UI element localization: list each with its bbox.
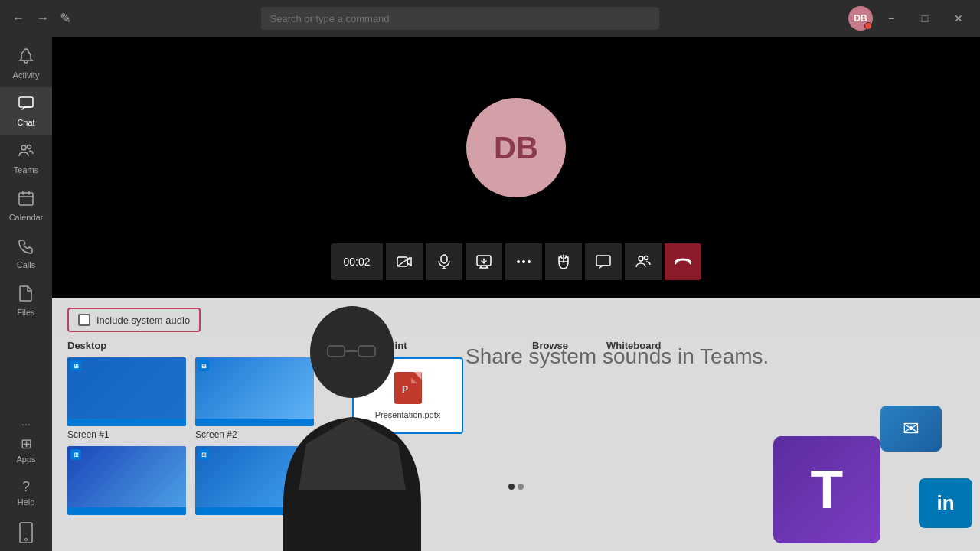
svg-point-17 xyxy=(644,256,648,260)
more-dots[interactable]: ... xyxy=(21,416,31,428)
screen1-img: ⊞ xyxy=(67,357,186,426)
teams-logo-area: T xyxy=(773,436,880,543)
search-input[interactable] xyxy=(270,13,650,24)
sidebar-item-calendar[interactable]: Calendar xyxy=(0,182,52,230)
minimize-button[interactable]: − xyxy=(876,6,906,31)
back-button[interactable]: ← xyxy=(8,8,29,29)
teams-icon xyxy=(18,142,34,163)
sidebar-item-help[interactable]: ? Help xyxy=(0,471,52,514)
maximize-button[interactable]: □ xyxy=(910,6,940,31)
call-timer: 00:02 xyxy=(331,243,382,280)
sidebar-chat-label: Chat xyxy=(17,118,34,127)
calendar-icon xyxy=(18,190,34,210)
camera-button[interactable] xyxy=(386,243,423,280)
sidebar-teams-label: Teams xyxy=(14,165,38,174)
participants-button[interactable] xyxy=(625,243,662,280)
sidebar-help-label: Help xyxy=(18,497,35,507)
sidebar-item-chat[interactable]: Chat xyxy=(0,87,52,135)
search-bar xyxy=(261,7,659,30)
share-header: Include system audio xyxy=(52,298,980,332)
screen1-thumb[interactable]: ⊞ Screen #1 xyxy=(67,357,186,440)
sidebar-item-apps[interactable]: ⊞ Apps xyxy=(0,428,52,471)
sidebar: Activity Chat Teams Calend xyxy=(0,37,52,551)
svg-rect-0 xyxy=(19,97,33,107)
person-overlay xyxy=(245,291,459,551)
close-button[interactable]: ✕ xyxy=(943,6,974,31)
right-icons-overlay: ✉ in xyxy=(880,406,972,528)
share-big-text: Share system sounds in Teams. xyxy=(466,344,769,369)
activity-icon xyxy=(18,47,34,68)
dots-row xyxy=(508,484,524,490)
svg-point-14 xyxy=(528,260,531,263)
svg-point-2 xyxy=(28,145,31,149)
sidebar-files-label: Files xyxy=(17,308,34,317)
mic-button[interactable] xyxy=(426,243,462,280)
end-call-button[interactable] xyxy=(665,243,701,280)
sidebar-bottom: ... ⊞ Apps ? Help xyxy=(0,412,52,551)
svg-rect-3 xyxy=(19,193,33,205)
apps-icon: ⊞ xyxy=(21,435,32,452)
call-area: DB xyxy=(52,37,980,335)
linkedin-icon: in xyxy=(919,478,972,528)
user-avatar[interactable]: DB xyxy=(848,6,873,31)
sidebar-calls-label: Calls xyxy=(17,260,35,269)
svg-line-7 xyxy=(397,257,410,266)
screen1-label: Screen #1 xyxy=(67,429,186,440)
svg-rect-15 xyxy=(596,256,610,266)
audio-checkbox-label: Include system audio xyxy=(96,315,190,326)
teams-t-icon: T xyxy=(773,436,880,543)
sidebar-apps-label: Apps xyxy=(16,455,35,464)
sidebar-item-activity[interactable]: Activity xyxy=(0,40,52,87)
chat-icon xyxy=(18,95,34,116)
sidebar-calendar-label: Calendar xyxy=(9,213,44,222)
mail-icon: ✉ xyxy=(880,406,942,452)
sidebar-device[interactable] xyxy=(0,514,52,551)
svg-rect-4 xyxy=(20,523,32,543)
audio-checkbox-container[interactable]: Include system audio xyxy=(67,308,201,332)
compose-button[interactable]: ✎ xyxy=(60,10,71,27)
titlebar-right: DB − □ ✕ xyxy=(848,6,974,31)
help-icon: ? xyxy=(22,479,30,495)
call-controls: 00:02 xyxy=(52,243,980,280)
forward-button[interactable]: → xyxy=(32,8,54,29)
screen3-img: ⊞ xyxy=(67,446,186,515)
audio-checkbox[interactable] xyxy=(78,314,90,326)
raise-hand-button[interactable] xyxy=(545,243,582,280)
more-options-button[interactable] xyxy=(505,243,542,280)
screenshare-button[interactable] xyxy=(466,243,502,280)
screen3-thumb[interactable]: ⊞ xyxy=(67,446,186,515)
sidebar-item-files[interactable]: Files xyxy=(0,277,52,324)
svg-point-1 xyxy=(21,145,26,150)
svg-point-5 xyxy=(25,539,28,541)
call-avatar: DB xyxy=(466,98,566,197)
svg-point-16 xyxy=(639,256,643,261)
svg-point-12 xyxy=(517,260,520,263)
sidebar-activity-label: Activity xyxy=(13,70,40,80)
nav-buttons: ← → xyxy=(8,8,54,29)
titlebar: ← → ✎ DB − □ ✕ xyxy=(0,0,980,37)
svg-rect-8 xyxy=(441,255,447,263)
svg-point-13 xyxy=(522,260,525,263)
files-icon xyxy=(18,285,34,305)
dot-2 xyxy=(518,484,524,490)
sidebar-item-calls[interactable]: Calls xyxy=(0,230,52,277)
sidebar-item-teams[interactable]: Teams xyxy=(0,135,52,182)
calls-icon xyxy=(18,237,34,258)
chat-button[interactable] xyxy=(585,243,622,280)
dot-1 xyxy=(508,484,514,490)
